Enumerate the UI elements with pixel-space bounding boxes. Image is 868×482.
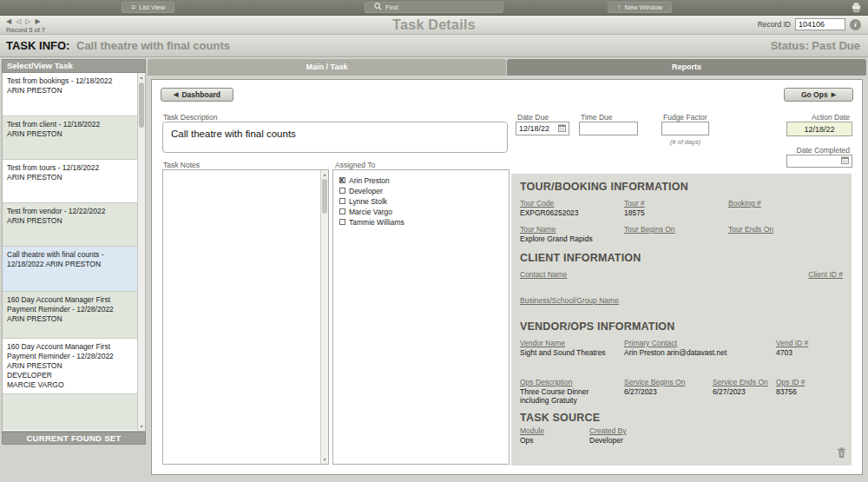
tour-number-label[interactable]: Tour # xyxy=(624,199,728,208)
assignee-name: Lynne Stolk xyxy=(349,197,387,206)
vend-id-label[interactable]: Vend ID # xyxy=(776,339,843,347)
business-school-group-label[interactable]: Business/School/Group Name xyxy=(520,296,619,305)
task-list-item[interactable]: 160 Day Account Manager First Payment Re… xyxy=(3,339,145,394)
delete-task-button[interactable] xyxy=(837,446,846,461)
module-value: Ops xyxy=(520,436,589,445)
task-description-field[interactable]: Call theatre with final counts xyxy=(162,122,508,153)
assigned-to-list: Arin Preston Developer Lynne Stolk Marci… xyxy=(332,169,510,465)
assignee-option[interactable]: Tammie Williams xyxy=(339,217,503,227)
scrollbar-thumb[interactable] xyxy=(139,83,144,128)
client-id-label[interactable]: Client ID # xyxy=(808,270,843,279)
tour-code-value: EXPGR06252023 xyxy=(520,208,624,217)
primary-contact-label[interactable]: Primary Contact xyxy=(624,339,713,347)
header-bar: ◀ ◁ ▷ ▶ Record 5 of 7 Task Details Recor… xyxy=(0,16,868,35)
service-begins-label[interactable]: Service Begins On xyxy=(624,378,713,386)
print-button[interactable] xyxy=(848,2,864,13)
task-list-item[interactable]: Test from tours - 12/18/2022 ARIN PRESTO… xyxy=(3,160,145,203)
go-ops-button[interactable]: Go Ops ▶ xyxy=(784,88,853,102)
date-due-field[interactable]: 12/18/22 xyxy=(516,122,569,135)
printer-icon xyxy=(852,0,861,16)
scroll-down-icon[interactable]: ▼ xyxy=(321,457,328,462)
fudge-factor-label: Fudge Factor xyxy=(663,113,707,122)
task-list-item-selected[interactable]: Call theatre with final counts - 12/18/2… xyxy=(3,247,145,292)
checkbox-icon[interactable] xyxy=(339,208,345,215)
tour-number-value: 18575 xyxy=(624,208,728,217)
task-list: Test from bookings - 12/18/2022 ARIN PRE… xyxy=(2,73,146,432)
new-window-label: New Window xyxy=(625,3,663,11)
tab-bar: Main / Task Reports xyxy=(148,59,866,76)
find-label: Find xyxy=(385,3,398,11)
vendor-ops-heading: VENDOR/OPS INFORMATION xyxy=(520,320,843,333)
tour-code-label[interactable]: Tour Code xyxy=(520,199,624,208)
assignee-option[interactable]: Arin Preston xyxy=(339,175,503,185)
vendor-name-label[interactable]: Vendor Name xyxy=(520,339,624,347)
scroll-up-icon[interactable]: ▲ xyxy=(138,75,145,80)
fudge-factor-field[interactable] xyxy=(661,122,709,135)
time-due-field[interactable] xyxy=(579,122,638,135)
booking-number-label[interactable]: Booking # xyxy=(728,199,843,208)
action-date-label: Action Date xyxy=(812,113,850,122)
ops-id-label[interactable]: Ops ID # xyxy=(776,378,843,386)
task-list-item[interactable]: Test from vendor - 12/22/2022 ARIN PREST… xyxy=(3,203,145,247)
created-by-label[interactable]: Created By xyxy=(589,426,843,435)
status-badge: Status: Past Due xyxy=(771,35,860,56)
new-window-button[interactable]: ↑ New Window xyxy=(608,2,672,13)
primary-contact-value: Arin Preston arin@datavast.net xyxy=(624,348,713,357)
list-view-button[interactable]: ≡ List View xyxy=(122,2,174,13)
assignee-option[interactable]: Developer xyxy=(339,186,503,195)
tour-begins-label[interactable]: Tour Begins On xyxy=(624,225,728,234)
sidebar: Select/View Task Test from bookings - 12… xyxy=(2,59,146,445)
new-window-icon: ↑ xyxy=(617,3,621,11)
tab-reports[interactable]: Reports xyxy=(507,59,866,76)
checkbox-icon[interactable] xyxy=(339,188,345,194)
tour-name-label[interactable]: Tour Name xyxy=(520,225,624,234)
checkbox-icon[interactable] xyxy=(339,198,345,204)
date-completed-field[interactable] xyxy=(786,155,852,168)
dashboard-button[interactable]: ◀ Dashboard xyxy=(161,88,233,102)
task-list-item[interactable]: Test from bookings - 12/18/2022 ARIN PRE… xyxy=(3,73,145,116)
main-panel: ◀ Dashboard Go Ops ▶ Task Description Ca… xyxy=(151,79,863,475)
tab-main-task[interactable]: Main / Task xyxy=(148,59,506,76)
tour-ends-label[interactable]: Tour Ends On xyxy=(728,225,843,234)
service-begins-value: 6/27/2023 xyxy=(624,387,713,405)
info-icon[interactable]: i xyxy=(850,19,861,30)
module-label[interactable]: Module xyxy=(520,426,589,435)
calendar-icon[interactable] xyxy=(841,156,849,166)
booking-number-value xyxy=(728,208,843,217)
task-list-scrollbar[interactable]: ▲ ▼ xyxy=(137,73,145,431)
tour-ends-value xyxy=(728,234,843,243)
date-due-value: 12/18/22 xyxy=(519,124,549,133)
current-found-set-button[interactable]: CURRENT FOUND SET xyxy=(2,432,146,445)
action-date-field[interactable]: 12/18/22 xyxy=(786,122,852,136)
checkbox-icon[interactable] xyxy=(339,219,345,225)
ops-description-label[interactable]: Ops Description xyxy=(520,378,624,386)
assigned-to-label: Assigned To xyxy=(335,161,375,169)
assignee-option[interactable]: Lynne Stolk xyxy=(339,196,503,206)
task-list-item[interactable]: Test from client - 12/18/2022 ARIN PREST… xyxy=(3,116,145,160)
scrollbar-thumb[interactable] xyxy=(322,179,327,214)
chevron-right-icon: ▶ xyxy=(832,91,836,98)
contact-name-label[interactable]: Contact Name xyxy=(520,270,808,279)
scroll-up-icon[interactable]: ▲ xyxy=(321,172,328,177)
trash-icon xyxy=(837,446,846,460)
record-id-field[interactable]: 104106 xyxy=(795,18,845,30)
ops-description-value: Three Course Dinner including Gratuity xyxy=(520,387,624,405)
assignee-name: Developer xyxy=(349,187,383,195)
task-notes-field[interactable]: ▲ ▼ xyxy=(162,169,329,465)
created-by-value: Developer xyxy=(589,436,843,445)
client-heading: CLIENT INFORMATION xyxy=(520,252,843,264)
assignee-option[interactable]: Marcie Vargo xyxy=(339,207,503,216)
checkbox-checked-icon[interactable] xyxy=(339,177,345,183)
info-panel: TOUR/BOOKING INFORMATION Tour Code Tour … xyxy=(511,174,852,465)
service-ends-label[interactable]: Service Ends On xyxy=(713,378,776,386)
calendar-icon[interactable] xyxy=(558,124,566,134)
assignee-name: Marcie Vargo xyxy=(349,208,392,216)
task-notes-scrollbar[interactable]: ▲ ▼ xyxy=(320,170,328,464)
find-button[interactable]: Find xyxy=(365,2,503,13)
task-list-item[interactable]: 160 Day Account Manager First Payment Re… xyxy=(3,292,145,339)
sidebar-header: Select/View Task xyxy=(2,59,146,73)
scroll-down-icon[interactable]: ▼ xyxy=(138,424,145,429)
list-icon: ≡ xyxy=(131,3,135,11)
app-window: ≡ List View Find ↑ New Window ◀ ◁ ▷ ▶ Re… xyxy=(0,0,868,482)
task-description-label: Task Description xyxy=(163,113,217,122)
